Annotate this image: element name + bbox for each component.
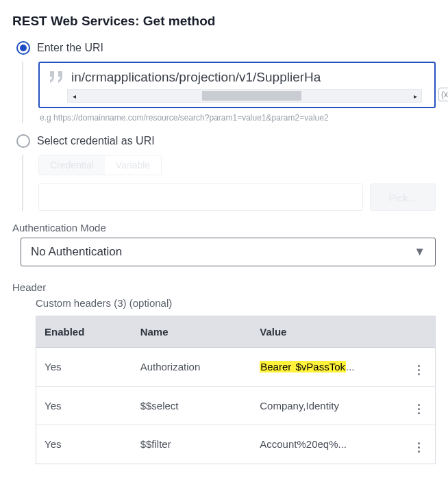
- cell-enabled: Yes: [36, 348, 132, 387]
- uri-input[interactable]: in/crmapplications/projection/v1/Supplie…: [38, 62, 436, 108]
- auth-mode-label: Authentication Mode: [12, 222, 436, 233]
- row-menu-icon[interactable]: [413, 403, 425, 415]
- table-row[interactable]: Yes $$filter Account%20eq%...: [36, 425, 435, 464]
- uri-block: in/crmapplications/projection/v1/Supplie…: [22, 62, 436, 123]
- table-row[interactable]: Yes $$select Company,Identity: [36, 386, 435, 425]
- uri-hint: e.g https://domainname.com/resource/sear…: [38, 112, 436, 123]
- radio-icon-selected: [16, 41, 30, 55]
- header-label: Header: [12, 281, 436, 293]
- uri-scrollbar[interactable]: ◂ ▸: [67, 89, 422, 103]
- segment-variable[interactable]: Variable: [105, 155, 161, 175]
- auth-mode-select[interactable]: No Authentication ▼: [21, 238, 436, 266]
- scroll-left-icon[interactable]: ◂: [68, 90, 80, 102]
- chevron-down-icon: ▼: [414, 245, 425, 259]
- credential-input[interactable]: [38, 184, 363, 211]
- cell-value: Account%20eq%...: [251, 425, 403, 464]
- credential-segment: Credential Variable: [38, 155, 162, 175]
- cell-name: $$select: [132, 386, 252, 425]
- col-value: Value: [251, 316, 403, 348]
- credential-block: Credential Variable Pick...: [22, 155, 436, 211]
- uri-text: in/crmapplications/projection/v1/Supplie…: [71, 70, 426, 85]
- col-name: Name: [132, 316, 252, 348]
- radio-enter-uri-label: Enter the URI: [37, 42, 103, 54]
- row-menu-icon[interactable]: [413, 364, 425, 377]
- col-enabled: Enabled: [36, 316, 132, 348]
- auth-mode-value: No Authentication: [31, 245, 122, 259]
- cell-enabled: Yes: [36, 425, 132, 464]
- custom-headers-label: Custom headers (3) (optional): [12, 297, 436, 309]
- segment-credential[interactable]: Credential: [39, 155, 105, 175]
- pick-button[interactable]: Pick...: [370, 184, 436, 211]
- cell-name: Authorization: [132, 348, 252, 387]
- cell-enabled: Yes: [36, 386, 132, 425]
- cell-value: Bearer $vPassTok...: [251, 348, 403, 387]
- scroll-thumb[interactable]: [202, 91, 301, 101]
- cell-value: Company,Identity: [251, 386, 403, 425]
- radio-icon-unselected: [16, 134, 30, 148]
- headers-table: Enabled Name Value Yes Authorization Bea…: [36, 316, 436, 464]
- radio-select-credential-label: Select credential as URI: [37, 135, 155, 147]
- radio-enter-uri[interactable]: Enter the URI: [12, 41, 436, 55]
- radio-select-credential[interactable]: Select credential as URI: [12, 134, 436, 148]
- row-menu-icon[interactable]: [413, 442, 425, 454]
- table-row[interactable]: Yes Authorization Bearer $vPassTok...: [36, 348, 435, 387]
- variable-picker-icon[interactable]: (x): [438, 88, 448, 101]
- cell-name: $$filter: [132, 425, 252, 464]
- scroll-right-icon[interactable]: ▸: [409, 90, 421, 102]
- page-title: REST Web Services: Get method: [12, 14, 436, 29]
- quote-icon: [48, 71, 64, 84]
